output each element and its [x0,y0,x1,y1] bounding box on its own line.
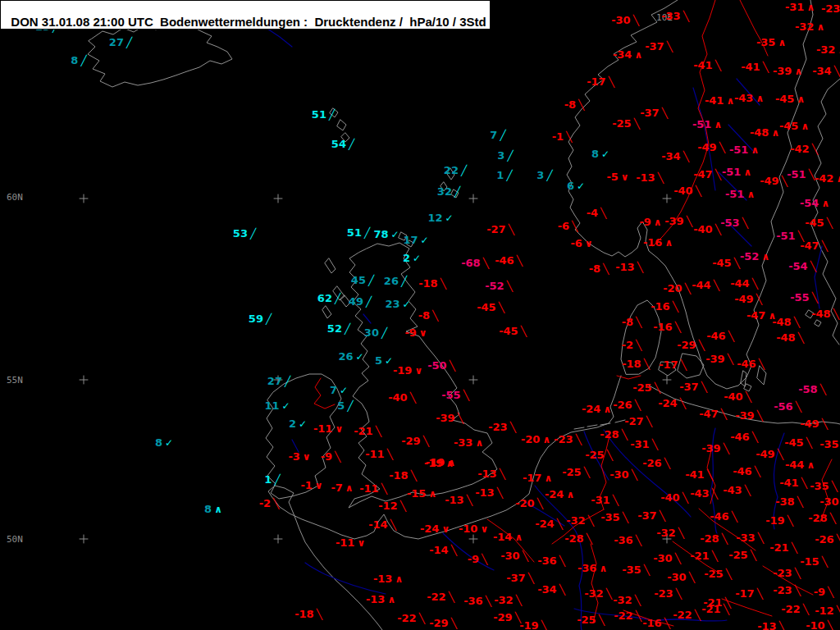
station-report: -35╲ [600,511,628,523]
station-report: 8∧ [204,503,222,515]
pressure-tendency-value: -25 [704,568,724,580]
pressure-tendency-value: -44 [785,459,805,471]
station-report: -51∧ [722,166,751,178]
pressure-tendency-value: -49 [800,418,819,430]
pressure-tendency-value: -9 [639,216,651,228]
station-report: 8✓ [155,436,173,449]
tendency-symbol-icon: ∧ [806,2,815,13]
tendency-symbol-icon: ╲ [795,585,801,596]
tendency-symbol-icon: ✓ [391,229,399,240]
tendency-symbol-icon: ╱ [461,165,467,176]
tendency-symbol-icon: ╲ [757,410,763,422]
tendency-symbol-icon: ∧ [514,532,523,543]
pressure-tendency-value: -16 [643,236,663,249]
tendency-symbol-icon: ∧ [664,237,673,249]
tendency-symbol-icon: ╲ [587,533,592,545]
tendency-symbol-icon: ╲ [623,512,628,523]
pressure-tendency-value: -32 [584,587,604,600]
pressure-tendency-value: -29 [401,435,421,447]
pressure-tendency-value: -11 [336,536,355,549]
tendency-symbol-icon: ╲ [837,534,840,546]
tendency-symbol-icon: ╲ [803,604,809,615]
station-report: -41╲ [685,468,713,481]
pressure-tendency-value: -30 [667,571,687,583]
tendency-symbol-icon: ╲ [682,492,688,504]
tendency-symbol-icon: ╲ [678,527,684,539]
tendency-symbol-icon: ╱ [454,186,460,198]
pressure-tendency-value: -49 [734,293,754,305]
tendency-symbol-icon: ╲ [728,331,734,342]
tendency-symbol-icon: ╲ [523,550,528,562]
station-report: 8✓ [591,148,609,160]
station-report: -36╲ [537,555,565,567]
station-report: 32╱ [437,185,460,198]
pressure-tendency-value: -30 [611,14,631,26]
tendency-symbol-icon: ╱ [364,227,370,239]
station-report: -16╲ [653,321,681,333]
pressure-tendency-value: -55 [790,291,810,304]
iceland-coast [88,24,232,87]
station-report: -17╲ [735,587,763,600]
pressure-tendency-value: -30 [500,550,520,562]
pressure-tendency-value: -29 [429,617,449,629]
tendency-symbol-icon: ╱ [500,130,505,141]
station-report: -19╲ [765,514,793,527]
tendency-symbol-icon: ╲ [757,588,763,600]
tendency-symbol-icon: ∧ [746,189,755,200]
tendency-symbol-icon: ∨ [303,451,311,463]
pressure-tendency-value: -49 [756,448,775,460]
station-report: -3∨ [288,450,310,463]
tendency-symbol-icon: ╱ [250,228,256,240]
station-report: 2✓ [403,252,421,264]
station-report: -2╲ [622,339,642,351]
pressure-tendency-value: -7 [331,482,342,494]
tendency-symbol-icon: ╲ [497,487,503,499]
pressure-tendency-value: -46 [737,358,756,370]
tendency-symbol-icon: ╲ [715,60,721,71]
pressure-tendency-value: -10 [459,523,478,535]
tendency-symbol-icon: ╲ [644,358,650,370]
station-report: -43╲ [690,487,718,500]
station-report: -30╲ [609,468,637,481]
pressure-tendency-value: -24 [658,397,678,409]
pressure-tendency-value: -46 [710,510,729,523]
station-report: -58╲ [798,383,826,395]
pressure-tendency-value: -34 [613,48,632,61]
pressure-tendency-value: -33 [454,436,473,449]
tendency-symbol-icon: ╲ [810,261,816,272]
pressure-tendency-value: -28 [600,428,619,441]
tendency-symbol-icon: ╲ [680,398,686,409]
pressure-tendency-value: 32 [437,185,452,198]
station-report: 27╱ [109,36,132,48]
tendency-symbol-icon: ∨ [585,238,593,249]
station-report: -35╲ [810,480,838,492]
station-report: -12╲ [378,500,406,512]
pressure-tendency-value: -49 [697,141,717,153]
pressure-tendency-value: -39 [773,65,792,77]
pressure-tendency-value: -37 [506,572,526,584]
tendency-symbol-icon: ╱ [507,150,513,162]
pressure-tendency-value: -42 [790,143,810,155]
pressure-tendency-value: 11 [264,399,279,412]
station-report: -30╲ [500,550,528,562]
pressure-tendency-value: -6 [570,237,582,249]
tendency-symbol-icon: ╲ [636,340,641,351]
tendency-symbol-icon: ∧ [806,459,815,471]
station-report: -22╲ [673,609,701,621]
pressure-tendency-value: -28 [808,512,828,524]
pressure-tendency-value: -27 [624,415,644,427]
pressure-tendency-value: -21 [690,550,710,562]
tendency-symbol-icon: ∨ [480,523,488,535]
station-report: -45∧ [775,93,805,105]
station-report: -11∨ [336,536,365,549]
tendency-symbol-icon: ╲ [712,488,718,500]
pressure-tendency-value: -19 [519,619,539,630]
pressure-tendency-value: -48 [776,331,796,344]
station-report: -19∧ [426,456,455,468]
pressure-tendency-value: -15 [800,555,819,568]
tendency-symbol-icon: ✓ [413,253,421,264]
station-report: -68╲ [461,257,489,269]
station-report: -33∧ [454,436,483,449]
station-report: -13╲ [757,620,785,630]
pressure-tendency-value: -44 [730,277,750,290]
